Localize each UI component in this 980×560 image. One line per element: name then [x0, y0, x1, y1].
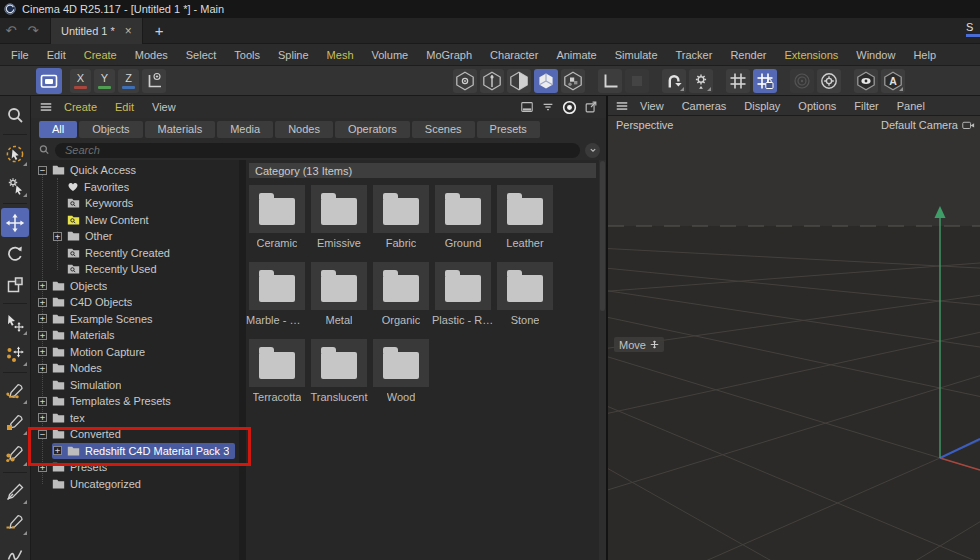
- category-folder-translucent[interactable]: Translucent: [311, 339, 367, 403]
- model-mode-button[interactable]: [534, 69, 558, 93]
- make-editable-button[interactable]: [36, 68, 62, 94]
- spline-dots-pen-tool[interactable]: [1, 439, 29, 468]
- snap-settings-button[interactable]: [817, 69, 841, 93]
- menu-file[interactable]: File: [2, 49, 38, 61]
- scale-tool[interactable]: [1, 270, 29, 299]
- asset-menu-edit[interactable]: Edit: [106, 101, 143, 113]
- document-tab[interactable]: Untitled 1 * ×: [50, 18, 143, 44]
- tree-item-new-content[interactable]: New Content: [31, 212, 239, 229]
- menu-edit[interactable]: Edit: [38, 49, 75, 61]
- menu-extensions[interactable]: Extensions: [775, 49, 847, 61]
- tree-grid-divider[interactable]: [239, 160, 246, 560]
- new-tab-button[interactable]: +: [155, 22, 164, 39]
- grid-scrollbar[interactable]: [599, 160, 606, 560]
- menu-mograph[interactable]: MoGraph: [417, 49, 481, 61]
- spline-line-pen-tool[interactable]: [1, 477, 29, 506]
- points-mode-button[interactable]: [453, 69, 477, 93]
- expand-icon[interactable]: +: [38, 298, 47, 307]
- category-folder-terracotta[interactable]: Terracotta: [249, 339, 305, 403]
- category-folder-ceramic[interactable]: Ceramic: [249, 185, 305, 249]
- category-folder-fabric[interactable]: Fabric: [373, 185, 429, 249]
- category-folder-plastic-ru[interactable]: Plastic - Ru...: [435, 262, 491, 326]
- tree-item-presets[interactable]: +Presets: [31, 459, 239, 476]
- layout-switcher-fragment[interactable]: S: [966, 21, 980, 37]
- tree-item-redshift-c4d-material-pack-3[interactable]: +Redshift C4D Material Pack 3: [31, 443, 239, 460]
- tree-item-templates-presets[interactable]: +Templates & Presets: [31, 393, 239, 410]
- y-axis-lock-button[interactable]: Y: [94, 69, 115, 93]
- spline-square-pen-tool[interactable]: [1, 408, 29, 437]
- freehand-spline-tool[interactable]: [1, 539, 29, 560]
- lock-workplane-button[interactable]: [753, 69, 777, 93]
- grid-scrollbar-thumb[interactable]: [600, 161, 605, 311]
- dock-panel-icon[interactable]: [520, 100, 534, 114]
- viewport-menu-cameras[interactable]: Cameras: [673, 100, 736, 112]
- expand-icon[interactable]: +: [38, 364, 47, 373]
- search-options-button[interactable]: [585, 143, 600, 158]
- tree-item-favorites[interactable]: Favorites: [31, 179, 239, 196]
- popout-icon[interactable]: [584, 100, 598, 114]
- tree-item-materials[interactable]: +Materials: [31, 327, 239, 344]
- record-icon[interactable]: [562, 100, 577, 115]
- viewport-canvas[interactable]: Perspective Default Camera Move: [608, 116, 980, 560]
- tab-media[interactable]: Media: [217, 121, 273, 138]
- menu-animate[interactable]: Animate: [547, 49, 605, 61]
- tree-item-converted[interactable]: −Converted: [31, 426, 239, 443]
- redo-icon[interactable]: ↷: [22, 23, 44, 38]
- tree-item-recently-created[interactable]: Recently Created: [31, 245, 239, 262]
- enable-axis-button[interactable]: [598, 69, 622, 93]
- search-input[interactable]: [55, 143, 580, 158]
- spline-arc-pen-tool[interactable]: [1, 377, 29, 406]
- polygon-mode-button[interactable]: [507, 69, 531, 93]
- category-folder-metal[interactable]: Metal: [311, 262, 367, 326]
- viewport-hamburger-icon[interactable]: [615, 99, 629, 113]
- tab-operators[interactable]: Operators: [335, 121, 410, 138]
- tree-item-motion-capture[interactable]: +Motion Capture: [31, 344, 239, 361]
- menu-volume[interactable]: Volume: [363, 49, 418, 61]
- move-tool[interactable]: [1, 208, 29, 237]
- tab-nodes[interactable]: Nodes: [275, 121, 333, 138]
- menu-render[interactable]: Render: [721, 49, 775, 61]
- menu-window[interactable]: Window: [847, 49, 904, 61]
- point-edit-tool[interactable]: [1, 339, 29, 368]
- viewport-menu-view[interactable]: View: [631, 100, 673, 112]
- viewport-menu-display[interactable]: Display: [735, 100, 789, 112]
- category-folder-ground[interactable]: Ground: [435, 185, 491, 249]
- menu-tools[interactable]: Tools: [225, 49, 269, 61]
- category-folder-wood[interactable]: Wood: [373, 339, 429, 403]
- tree-item-nodes[interactable]: +Nodes: [31, 360, 239, 377]
- tree-item-simulation[interactable]: Simulation: [31, 377, 239, 394]
- expand-icon[interactable]: +: [53, 446, 62, 455]
- category-folder-stone[interactable]: Stone: [497, 262, 553, 326]
- spline-dash-pen-tool[interactable]: [1, 508, 29, 537]
- close-tab-icon[interactable]: ×: [125, 24, 132, 38]
- z-axis-lock-button[interactable]: Z: [118, 69, 139, 93]
- axis-settings-button[interactable]: [689, 69, 713, 93]
- menu-simulate[interactable]: Simulate: [606, 49, 667, 61]
- tree-item-example-scenes[interactable]: +Example Scenes: [31, 311, 239, 328]
- snapping-button[interactable]: [790, 69, 814, 93]
- tab-objects[interactable]: Objects: [79, 121, 142, 138]
- menu-tracker[interactable]: Tracker: [667, 49, 722, 61]
- filter-icon[interactable]: [541, 100, 555, 114]
- expand-icon[interactable]: +: [38, 314, 47, 323]
- axis-placeholder-button[interactable]: [625, 69, 649, 93]
- rotate-tool[interactable]: [1, 239, 29, 268]
- tree-item-objects[interactable]: +Objects: [31, 278, 239, 295]
- category-folder-marble-gr[interactable]: Marble - Gr...: [249, 262, 305, 326]
- tree-item-c4d-objects[interactable]: +C4D Objects: [31, 294, 239, 311]
- menu-character[interactable]: Character: [481, 49, 547, 61]
- viewport-menu-panel[interactable]: Panel: [888, 100, 934, 112]
- collapse-icon[interactable]: −: [38, 166, 47, 175]
- texture-mode-button[interactable]: [561, 69, 585, 93]
- expand-icon[interactable]: +: [38, 397, 47, 406]
- collapse-icon[interactable]: −: [38, 430, 47, 439]
- expand-icon[interactable]: +: [38, 281, 47, 290]
- coordinate-system-button[interactable]: [142, 69, 166, 93]
- view-undo-button[interactable]: [662, 69, 686, 93]
- hamburger-menu-icon[interactable]: [39, 100, 53, 114]
- live-selection-tool[interactable]: [1, 139, 29, 168]
- undo-icon[interactable]: ↶: [0, 23, 22, 38]
- tree-item-keywords[interactable]: Keywords: [31, 195, 239, 212]
- category-folder-emissive[interactable]: Emissive: [311, 185, 367, 249]
- asset-menu-view[interactable]: View: [143, 101, 185, 113]
